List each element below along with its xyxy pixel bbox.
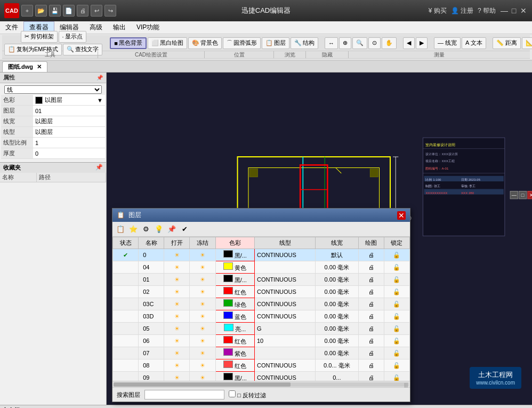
layer-row[interactable]: 05☀☀ 亮...G0.00 毫米🖨🔓	[113, 323, 410, 335]
print-button[interactable]: 🖨	[77, 5, 88, 17]
black-bg-button[interactable]: ■ 黑色背景	[110, 37, 147, 49]
col-linewidth[interactable]: 线宽	[316, 237, 359, 249]
layer-linetype[interactable]: CONTINUOUS	[254, 298, 315, 310]
layer-print[interactable]: 🖨	[358, 298, 384, 310]
layer-print[interactable]: 🖨	[358, 323, 384, 335]
layer-table-container[interactable]: 状态 名称 打开 冻结 色彩 线型 线宽 绘图 锁定 ✔0☀☀ 黑/...CON…	[112, 237, 410, 381]
layer-linetype[interactable]	[254, 261, 315, 274]
layer-freeze[interactable]: ☀	[190, 372, 215, 381]
layer-print[interactable]: 🖨	[358, 286, 384, 298]
layer-color[interactable]: 红色	[215, 359, 254, 372]
reverse-filter-checkbox[interactable]	[229, 390, 236, 397]
layer-lock[interactable]: 🔓	[384, 372, 409, 381]
layer-open[interactable]: ☀	[164, 372, 190, 381]
window-close-button[interactable]: ✕	[519, 6, 528, 15]
layer-linewidth[interactable]: 0.00 毫米	[316, 286, 359, 298]
pos-center-button[interactable]: ⊕	[339, 37, 351, 49]
layer-lock[interactable]: 🔓	[384, 298, 409, 310]
layer-lock[interactable]: 🔓	[384, 261, 409, 274]
pos-left-button[interactable]: ↔	[325, 37, 338, 49]
layer-open[interactable]: ☀	[164, 298, 190, 310]
layer-open[interactable]: ☀	[164, 347, 190, 359]
measure-button[interactable]: 📐 测量	[522, 37, 532, 49]
layer-color[interactable]: 绿色	[215, 298, 254, 310]
layer-name[interactable]: 02	[139, 286, 164, 298]
layer-print[interactable]: 🖨	[358, 249, 384, 261]
text-button[interactable]: A 文本	[462, 37, 486, 49]
layer-linewidth[interactable]: 0.00 毫米	[316, 310, 359, 323]
layer-linetype[interactable]: CONTINUOUS	[254, 359, 315, 372]
smooth-arc-button[interactable]: ⌒ 圆滑弧形	[223, 37, 261, 49]
layer-linewidth[interactable]: 0.00 毫米	[316, 261, 359, 274]
layer-name[interactable]: 06	[139, 335, 164, 347]
layer-print[interactable]: 🖨	[358, 310, 384, 323]
layer-lock[interactable]: 🔓	[384, 335, 409, 347]
layer-color[interactable]: 亮...	[215, 323, 254, 335]
distance-button[interactable]: 📏 距离	[493, 37, 521, 49]
layer-light-button[interactable]: 💡	[153, 223, 165, 235]
layer-linewidth[interactable]: 0.00 毫米	[316, 274, 359, 286]
minimize-button[interactable]: —	[500, 6, 509, 15]
layer-print[interactable]: 🖨	[358, 347, 384, 359]
drawing-tab[interactable]: 图纸.dwg ✕	[2, 61, 47, 72]
menu-output[interactable]: 输出	[108, 22, 131, 33]
layer-lock[interactable]: 🔓	[384, 274, 409, 286]
save-button[interactable]: 💾	[49, 5, 61, 17]
layer-row[interactable]: 06☀☀ 红色100.00 毫米🖨🔓	[113, 335, 410, 347]
layer-linewidth[interactable]: 0.00 毫米	[316, 347, 359, 359]
bw-draw-button[interactable]: ⬜ 黑白绘图	[148, 37, 187, 49]
prop-val-thickness[interactable]: 0	[33, 148, 105, 159]
next-page-button[interactable]: ▶	[416, 37, 428, 49]
layer-print[interactable]: 🖨	[358, 372, 384, 381]
layer-linetype[interactable]: CONTINUOUS	[254, 274, 315, 286]
menu-vip[interactable]: VIP功能	[131, 22, 165, 33]
col-color[interactable]: 色彩	[215, 237, 254, 249]
layer-name[interactable]: 05	[139, 323, 164, 335]
prev-page-button[interactable]: ◀	[403, 37, 415, 49]
layer-color[interactable]: 黑/...	[215, 372, 254, 381]
layer-pin-button[interactable]: 📌	[166, 223, 178, 235]
layer-row[interactable]: 07☀☀ 紫色0.00 毫米🖨🔓	[113, 347, 410, 359]
layer-freeze[interactable]: ☀	[190, 359, 215, 372]
layer-open[interactable]: ☀	[164, 310, 190, 323]
prop-val-linewidth[interactable]: 以图层	[33, 116, 105, 127]
hand-button[interactable]: ✋	[382, 37, 397, 49]
layer-print[interactable]: 🖨	[358, 261, 384, 274]
layer-row[interactable]: 01☀☀ 黑/...CONTINUOUS0.00 毫米🖨🔓	[113, 274, 410, 286]
properties-pin[interactable]: 📌	[96, 75, 103, 81]
layer-freeze[interactable]: ☀	[190, 298, 215, 310]
prop-val-linescale[interactable]: 1	[33, 138, 105, 148]
col-name[interactable]: 名称	[139, 237, 164, 249]
layer-open[interactable]: ☀	[164, 261, 190, 274]
layer-freeze[interactable]: ☀	[190, 347, 215, 359]
layer-freeze[interactable]: ☀	[190, 261, 215, 274]
layer-open[interactable]: ☀	[164, 274, 190, 286]
zoom-button[interactable]: 🔍	[352, 37, 367, 49]
buy-link[interactable]: ¥ 购买	[429, 6, 447, 15]
layer-linewidth[interactable]: 0...	[316, 372, 359, 381]
layer-name[interactable]: 01	[139, 274, 164, 286]
layer-scrollbar[interactable]: |||	[112, 381, 410, 387]
layer-freeze[interactable]: ☀	[190, 274, 215, 286]
layer-linewidth[interactable]: 0.00 毫米	[316, 323, 359, 335]
layer-freeze[interactable]: ☀	[190, 323, 215, 335]
col-lock[interactable]: 锁定	[384, 237, 409, 249]
orbit-button[interactable]: ⊙	[368, 37, 381, 49]
layer-freeze[interactable]: ☀	[190, 335, 215, 347]
layer-open[interactable]: ☀	[164, 323, 190, 335]
layer-lock[interactable]: 🔓	[384, 323, 409, 335]
layer-open[interactable]: ☀	[164, 335, 190, 347]
col-freeze[interactable]: 冻结	[190, 237, 215, 249]
redo-button[interactable]: ↪	[104, 5, 116, 17]
layer-row[interactable]: 04☀☀ 黄色0.00 毫米🖨🔓	[113, 261, 410, 274]
layer-print[interactable]: 🖨	[358, 335, 384, 347]
favorites-pin[interactable]: 📌	[95, 164, 103, 172]
layer-name[interactable]: 0	[139, 249, 164, 261]
cut-frame-button[interactable]: ✂ 剪切框架	[21, 31, 58, 43]
maximize-button[interactable]: □	[510, 6, 518, 15]
layer-row[interactable]: 08☀☀ 红色CONTINUOUS0.0... 毫米🖨🔓	[113, 359, 410, 372]
save-as-button[interactable]: 📄	[63, 5, 75, 17]
layer-name[interactable]: 03C	[139, 298, 164, 310]
layer-linetype[interactable]: 10	[254, 335, 315, 347]
linewidth-button[interactable]: — 线宽	[434, 37, 461, 49]
